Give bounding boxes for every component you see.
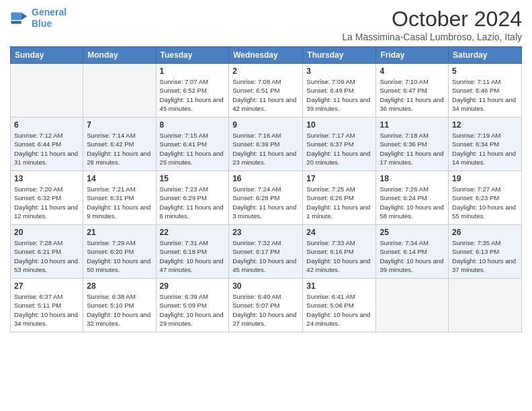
- calendar-cell: 26Sunrise: 7:35 AM Sunset: 6:13 PM Dayli…: [449, 225, 522, 279]
- day-info: Sunrise: 7:19 AM Sunset: 6:34 PM Dayligh…: [452, 131, 518, 167]
- calendar-cell: 13Sunrise: 7:20 AM Sunset: 6:32 PM Dayli…: [11, 171, 83, 225]
- calendar-cell: 31Sunrise: 6:41 AM Sunset: 5:06 PM Dayli…: [303, 279, 376, 332]
- calendar-cell: 12Sunrise: 7:19 AM Sunset: 6:34 PM Dayli…: [449, 118, 522, 171]
- day-info: Sunrise: 7:23 AM Sunset: 6:29 PM Dayligh…: [160, 185, 226, 220]
- day-info: Sunrise: 7:32 AM Sunset: 6:17 PM Dayligh…: [232, 238, 299, 274]
- logo-icon: [10, 9, 29, 28]
- day-number: 11: [380, 120, 445, 130]
- day-info: Sunrise: 7:15 AM Sunset: 6:41 PM Dayligh…: [160, 131, 226, 167]
- day-number: 7: [87, 120, 152, 130]
- calendar-cell: 10Sunrise: 7:17 AM Sunset: 6:37 PM Dayli…: [303, 118, 376, 171]
- calendar-cell: 28Sunrise: 6:38 AM Sunset: 5:10 PM Dayli…: [83, 279, 156, 332]
- week-row-3: 13Sunrise: 7:20 AM Sunset: 6:32 PM Dayli…: [11, 171, 522, 225]
- calendar-table: Sunday Monday Tuesday Wednesday Thursday…: [10, 46, 522, 332]
- day-info: Sunrise: 7:33 AM Sunset: 6:16 PM Dayligh…: [306, 238, 372, 274]
- day-number: 14: [87, 174, 152, 183]
- day-number: 25: [380, 228, 445, 237]
- header-monday: Monday: [83, 47, 156, 64]
- day-number: 8: [160, 120, 226, 130]
- day-info: Sunrise: 7:27 AM Sunset: 6:23 PM Dayligh…: [452, 185, 518, 220]
- header-tuesday: Tuesday: [156, 47, 229, 64]
- week-row-1: 1Sunrise: 7:07 AM Sunset: 6:52 PM Daylig…: [11, 64, 522, 118]
- calendar-cell: 22Sunrise: 7:31 AM Sunset: 6:18 PM Dayli…: [156, 225, 229, 279]
- calendar-cell: 27Sunrise: 6:37 AM Sunset: 5:11 PM Dayli…: [11, 279, 83, 332]
- day-info: Sunrise: 7:17 AM Sunset: 6:37 PM Dayligh…: [306, 131, 372, 167]
- calendar-cell: [83, 64, 156, 118]
- day-info: Sunrise: 6:38 AM Sunset: 5:10 PM Dayligh…: [87, 292, 152, 328]
- calendar-cell: 20Sunrise: 7:28 AM Sunset: 6:21 PM Dayli…: [11, 225, 83, 279]
- day-number: 19: [452, 174, 518, 183]
- header-thursday: Thursday: [303, 47, 376, 64]
- calendar-cell: 16Sunrise: 7:24 AM Sunset: 6:28 PM Dayli…: [229, 171, 303, 225]
- day-info: Sunrise: 7:20 AM Sunset: 6:32 PM Dayligh…: [14, 185, 79, 220]
- header-row: Sunday Monday Tuesday Wednesday Thursday…: [11, 47, 522, 64]
- day-info: Sunrise: 7:18 AM Sunset: 6:36 PM Dayligh…: [380, 131, 445, 167]
- day-info: Sunrise: 7:31 AM Sunset: 6:18 PM Dayligh…: [160, 238, 226, 274]
- header-wednesday: Wednesday: [229, 47, 303, 64]
- day-number: 21: [87, 228, 152, 237]
- calendar-cell: 19Sunrise: 7:27 AM Sunset: 6:23 PM Dayli…: [449, 171, 522, 225]
- day-number: 4: [380, 66, 445, 76]
- calendar-cell: [376, 279, 449, 332]
- calendar-cell: 15Sunrise: 7:23 AM Sunset: 6:29 PM Dayli…: [156, 171, 229, 225]
- day-number: 15: [160, 174, 226, 183]
- title-block: October 2024 La Massimina-Casal Lumbroso…: [342, 7, 522, 42]
- day-number: 3: [306, 66, 372, 76]
- day-number: 16: [232, 174, 299, 183]
- day-info: Sunrise: 7:26 AM Sunset: 6:24 PM Dayligh…: [380, 185, 445, 220]
- calendar-cell: 23Sunrise: 7:32 AM Sunset: 6:17 PM Dayli…: [229, 225, 303, 279]
- calendar-cell: 9Sunrise: 7:16 AM Sunset: 6:39 PM Daylig…: [229, 118, 303, 171]
- calendar-cell: 4Sunrise: 7:10 AM Sunset: 6:47 PM Daylig…: [376, 64, 449, 118]
- day-info: Sunrise: 7:35 AM Sunset: 6:13 PM Dayligh…: [452, 238, 518, 274]
- calendar-cell: [449, 279, 522, 332]
- day-info: Sunrise: 7:16 AM Sunset: 6:39 PM Dayligh…: [232, 131, 299, 167]
- day-info: Sunrise: 6:41 AM Sunset: 5:06 PM Dayligh…: [306, 292, 372, 328]
- day-info: Sunrise: 7:28 AM Sunset: 6:21 PM Dayligh…: [14, 238, 79, 274]
- day-number: 17: [306, 174, 372, 183]
- day-number: 28: [87, 281, 152, 291]
- calendar-cell: 24Sunrise: 7:33 AM Sunset: 6:16 PM Dayli…: [303, 225, 376, 279]
- day-info: Sunrise: 7:14 AM Sunset: 6:42 PM Dayligh…: [87, 131, 152, 167]
- calendar-cell: 1Sunrise: 7:07 AM Sunset: 6:52 PM Daylig…: [156, 64, 229, 118]
- day-info: Sunrise: 7:12 AM Sunset: 6:44 PM Dayligh…: [14, 131, 79, 167]
- header-sunday: Sunday: [11, 47, 83, 64]
- calendar-cell: 18Sunrise: 7:26 AM Sunset: 6:24 PM Dayli…: [376, 171, 449, 225]
- calendar-cell: 25Sunrise: 7:34 AM Sunset: 6:14 PM Dayli…: [376, 225, 449, 279]
- calendar-cell: 30Sunrise: 6:40 AM Sunset: 5:07 PM Dayli…: [229, 279, 303, 332]
- day-info: Sunrise: 7:08 AM Sunset: 6:51 PM Dayligh…: [232, 77, 299, 113]
- calendar-cell: 21Sunrise: 7:29 AM Sunset: 6:20 PM Dayli…: [83, 225, 156, 279]
- week-row-5: 27Sunrise: 6:37 AM Sunset: 5:11 PM Dayli…: [11, 279, 522, 332]
- calendar-cell: 2Sunrise: 7:08 AM Sunset: 6:51 PM Daylig…: [229, 64, 303, 118]
- day-number: 26: [452, 228, 518, 237]
- day-number: 9: [232, 120, 299, 130]
- month-title: October 2024: [342, 7, 522, 32]
- logo: General Blue: [10, 7, 66, 30]
- calendar-cell: 8Sunrise: 7:15 AM Sunset: 6:41 PM Daylig…: [156, 118, 229, 171]
- day-number: 2: [232, 66, 299, 76]
- day-number: 13: [14, 174, 79, 183]
- calendar-cell: 29Sunrise: 6:39 AM Sunset: 5:09 PM Dayli…: [156, 279, 229, 332]
- day-number: 24: [306, 228, 372, 237]
- svg-rect-2: [11, 21, 21, 24]
- calendar-cell: 11Sunrise: 7:18 AM Sunset: 6:36 PM Dayli…: [376, 118, 449, 171]
- day-number: 29: [160, 281, 226, 291]
- day-info: Sunrise: 6:40 AM Sunset: 5:07 PM Dayligh…: [232, 292, 299, 328]
- day-info: Sunrise: 7:10 AM Sunset: 6:47 PM Dayligh…: [380, 77, 445, 113]
- svg-marker-1: [21, 12, 27, 19]
- calendar-cell: 5Sunrise: 7:11 AM Sunset: 6:46 PM Daylig…: [449, 64, 522, 118]
- calendar-cell: 6Sunrise: 7:12 AM Sunset: 6:44 PM Daylig…: [11, 118, 83, 171]
- calendar-cell: 17Sunrise: 7:25 AM Sunset: 6:26 PM Dayli…: [303, 171, 376, 225]
- day-number: 22: [160, 228, 226, 237]
- day-number: 1: [160, 66, 226, 76]
- day-number: 10: [306, 120, 372, 130]
- day-info: Sunrise: 7:21 AM Sunset: 6:31 PM Dayligh…: [87, 185, 152, 220]
- day-info: Sunrise: 7:25 AM Sunset: 6:26 PM Dayligh…: [306, 185, 372, 220]
- logo-line1: General: [32, 7, 66, 17]
- day-info: Sunrise: 7:07 AM Sunset: 6:52 PM Dayligh…: [160, 77, 226, 113]
- calendar-cell: 14Sunrise: 7:21 AM Sunset: 6:31 PM Dayli…: [83, 171, 156, 225]
- day-number: 20: [14, 228, 79, 237]
- day-number: 5: [452, 66, 518, 76]
- day-number: 18: [380, 174, 445, 183]
- day-number: 6: [14, 120, 79, 130]
- day-info: Sunrise: 7:11 AM Sunset: 6:46 PM Dayligh…: [452, 77, 518, 113]
